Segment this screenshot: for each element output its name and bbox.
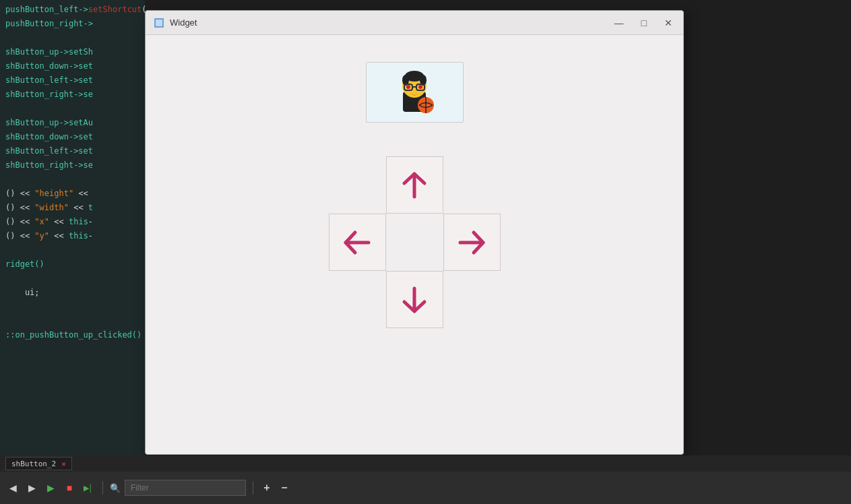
up-button[interactable] [386, 156, 443, 214]
prev-button[interactable]: ◀ [5, 480, 20, 495]
left-arrow-icon [340, 226, 374, 259]
code-editor: pushButton_left->setShortcut(QKeySequenc… [0, 0, 145, 472]
widget-content [146, 35, 683, 454]
widget-window: Widget — □ ✕ [145, 10, 684, 455]
down-arrow-icon [398, 283, 431, 317]
titlebar-left: Widget [154, 18, 197, 28]
titlebar-controls: — □ ✕ [612, 17, 675, 29]
avatar-container [366, 62, 464, 123]
next-button[interactable]: ▶ [24, 480, 39, 495]
empty-bottomright [443, 271, 501, 328]
filter-input[interactable] [125, 480, 246, 496]
remove-button[interactable]: − [278, 481, 291, 495]
minimize-button[interactable]: — [612, 17, 627, 29]
tab-label: shButton_2 [11, 460, 56, 468]
maximize-button[interactable]: □ [639, 17, 650, 29]
widget-app-icon [154, 18, 164, 28]
svg-rect-1 [156, 20, 162, 26]
bottom-toolbar: ◀ ▶ ▶ ■ ▶│ 🔍 + − [0, 472, 851, 504]
tab-shbutton2[interactable]: shButton_2 ✕ [5, 457, 72, 470]
empty-bottomleft [329, 271, 386, 328]
debug-button[interactable]: ▶│ [81, 480, 96, 495]
svg-point-10 [406, 85, 410, 89]
filter-icon: 🔍 [110, 483, 121, 493]
right-arrow-icon [455, 226, 488, 259]
left-button[interactable] [329, 214, 386, 271]
add-button[interactable]: + [260, 481, 274, 495]
direction-pad [329, 156, 501, 328]
widget-titlebar: Widget — □ ✕ [146, 11, 683, 35]
tab-bar: shButton_2 ✕ [0, 455, 851, 472]
stop-button[interactable]: ■ [62, 480, 77, 495]
widget-title-label: Widget [170, 18, 197, 28]
center-pad [386, 214, 443, 271]
tab-close-icon[interactable]: ✕ [61, 460, 66, 468]
up-arrow-icon [398, 168, 431, 202]
play-button[interactable]: ▶ [43, 480, 58, 495]
svg-point-11 [418, 85, 422, 89]
mascot-image [391, 68, 438, 117]
down-button[interactable] [386, 271, 443, 328]
empty-topright [443, 156, 501, 214]
toolbar-separator-2 [253, 481, 253, 495]
close-button[interactable]: ✕ [662, 17, 675, 29]
empty-topleft [329, 156, 386, 214]
right-button[interactable] [443, 214, 501, 271]
toolbar-separator-1 [102, 481, 103, 495]
